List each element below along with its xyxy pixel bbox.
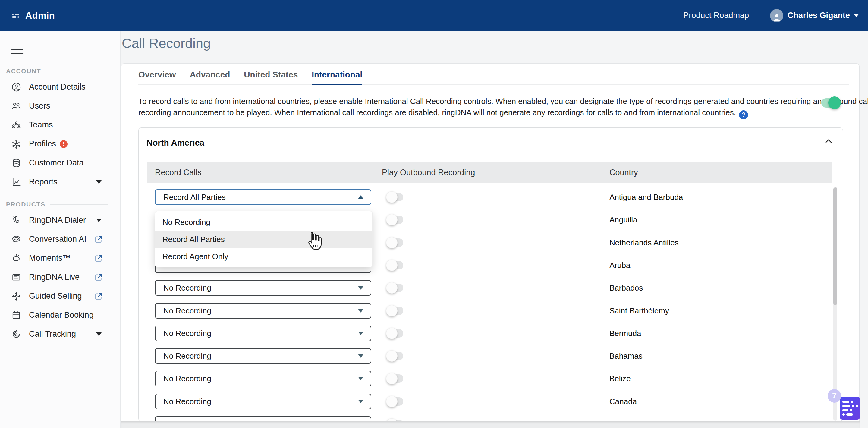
play-outbound-toggle[interactable]: [388, 284, 403, 292]
sidebar-item-ringdna-dialer[interactable]: RingDNA Dialer: [0, 211, 120, 230]
sidebar-item-label: Teams: [29, 120, 53, 130]
person-icon: [772, 12, 782, 22]
screen: Admin Product Roadmap Charles Gigante AC…: [0, 0, 868, 428]
sidebar-item-label: Account Details: [29, 82, 86, 92]
teams-icon: [11, 120, 22, 130]
chat-widget-button[interactable]: [840, 397, 860, 420]
sidebar-item-call-tracking[interactable]: Call Tracking: [0, 325, 120, 344]
app-title: Admin: [25, 10, 55, 21]
chevron-down-icon: [358, 377, 364, 380]
chevron-down-icon: [96, 218, 101, 222]
tab-international[interactable]: International: [312, 68, 362, 85]
live-icon: [11, 272, 22, 282]
toggle-knob: [386, 305, 398, 316]
column-play-outbound: Play Outbound Recording: [382, 162, 475, 183]
chevron-down-icon: [358, 286, 364, 289]
record-calls-select[interactable]: No Recording: [155, 303, 371, 318]
chevron-down-icon: [358, 309, 364, 312]
play-outbound-toggle[interactable]: [388, 193, 403, 201]
toggle-knob: [386, 214, 398, 225]
country-label: Canada: [610, 397, 637, 406]
record-calls-select[interactable]: No Recording: [155, 394, 371, 409]
record-calls-select[interactable]: No Recording: [155, 280, 371, 296]
play-outbound-toggle[interactable]: [388, 261, 403, 270]
tab-advanced[interactable]: Advanced: [190, 68, 230, 85]
play-outbound-toggle[interactable]: [388, 238, 403, 247]
guided-selling-icon: [11, 291, 22, 301]
moments-icon: [11, 253, 22, 264]
sidebar-item-guided-selling[interactable]: Guided Selling: [0, 287, 120, 306]
dropdown-option-no-recording[interactable]: No Recording: [155, 214, 372, 231]
toggle-knob: [386, 373, 398, 384]
sidebar-item-conversation-ai[interactable]: Conversation AI: [0, 230, 120, 249]
avatar[interactable]: [770, 9, 783, 22]
sidebar-item-calendar-booking[interactable]: Calendar Booking: [0, 306, 120, 325]
column-record-calls: Record Calls: [155, 162, 202, 183]
profiles-icon: [11, 139, 22, 149]
sidebar-item-label: Calendar Booking: [29, 310, 94, 320]
toggle-knob: [828, 96, 841, 109]
toggle-knob: [386, 282, 398, 294]
product-roadmap-link[interactable]: Product Roadmap: [683, 11, 749, 20]
record-calls-value: No Recording: [163, 374, 211, 384]
sidebar-item-label: Conversation AI: [29, 235, 87, 244]
alert-badge: !: [60, 140, 67, 148]
chevron-down-icon: [358, 354, 364, 358]
tab-united-states[interactable]: United States: [244, 68, 298, 85]
page-title: Call Recording: [122, 36, 211, 51]
help-icon[interactable]: ?: [739, 110, 748, 119]
record-calls-dropdown-menu: No RecordingRecord All PartiesRecord Age…: [155, 211, 373, 267]
play-outbound-toggle[interactable]: [388, 374, 403, 383]
record-calls-value: No Recording: [163, 351, 211, 361]
dropdown-option-record-all-parties[interactable]: Record All Parties: [155, 231, 372, 248]
sidebar-section-label: ACCOUNT: [6, 67, 120, 75]
toggle-knob: [386, 350, 398, 362]
sidebar-item-customer-data[interactable]: Customer Data: [0, 153, 120, 173]
collapse-chevron-up-icon[interactable]: [823, 136, 834, 147]
table-scrollbar-thumb[interactable]: [833, 187, 837, 305]
sidebar-item-teams[interactable]: Teams: [0, 116, 120, 134]
play-outbound-toggle[interactable]: [388, 397, 403, 406]
toggle-knob: [386, 237, 398, 248]
country-label: Bahamas: [610, 351, 643, 361]
person-circle-icon: [11, 82, 22, 92]
toggle-knob: [386, 259, 398, 271]
sidebar-item-label: Profiles: [29, 139, 56, 149]
international-recording-toggle[interactable]: [821, 98, 839, 108]
toggle-knob: [386, 191, 398, 203]
admin-logo-icon: [12, 13, 21, 19]
country-label: Barbados: [610, 283, 643, 293]
sidebar-item-reports[interactable]: Reports: [0, 173, 120, 191]
database-icon: [11, 158, 22, 168]
chevron-down-icon[interactable]: [854, 14, 859, 17]
call-tracking-icon: [11, 329, 22, 339]
play-outbound-toggle[interactable]: [388, 352, 403, 360]
sidebar: ACCOUNTAccount DetailsUsersTeamsProfiles…: [0, 31, 121, 428]
record-calls-select[interactable]: No Recording: [155, 326, 371, 341]
country-label: Belize: [610, 374, 631, 384]
user-menu[interactable]: Charles Gigante: [787, 11, 850, 20]
record-calls-value: No Recording: [163, 329, 211, 338]
country-label: Saint Barthélemy: [610, 306, 669, 315]
record-calls-select[interactable]: Record All Parties: [155, 189, 371, 205]
play-outbound-toggle[interactable]: [388, 215, 403, 224]
hamburger-menu-icon[interactable]: [11, 45, 23, 54]
play-outbound-toggle[interactable]: [388, 307, 403, 315]
sidebar-item-ringdna-live[interactable]: RingDNA Live: [0, 268, 120, 287]
record-calls-select[interactable]: No Recording: [155, 371, 371, 387]
tab-overview[interactable]: Overview: [138, 68, 176, 85]
sidebar-item-label: Guided Selling: [29, 292, 82, 301]
sidebar-item-profiles[interactable]: Profiles!: [0, 134, 120, 153]
chevron-down-icon: [96, 180, 101, 184]
description-line-1: To record calls to and from internationa…: [138, 96, 868, 107]
play-outbound-toggle[interactable]: [388, 329, 403, 338]
sidebar-item-moments[interactable]: Moments™: [0, 249, 120, 268]
sidebar-item-users[interactable]: Users: [0, 96, 120, 116]
record-calls-value: Record All Parties: [163, 193, 226, 202]
external-link-icon: [94, 273, 103, 281]
dropdown-option-record-agent-only[interactable]: Record Agent Only: [155, 248, 372, 265]
sidebar-item-account-details[interactable]: Account Details: [0, 78, 120, 96]
users-icon: [11, 101, 22, 111]
record-calls-select[interactable]: No Recording: [155, 348, 371, 364]
external-link-icon: [94, 235, 103, 244]
